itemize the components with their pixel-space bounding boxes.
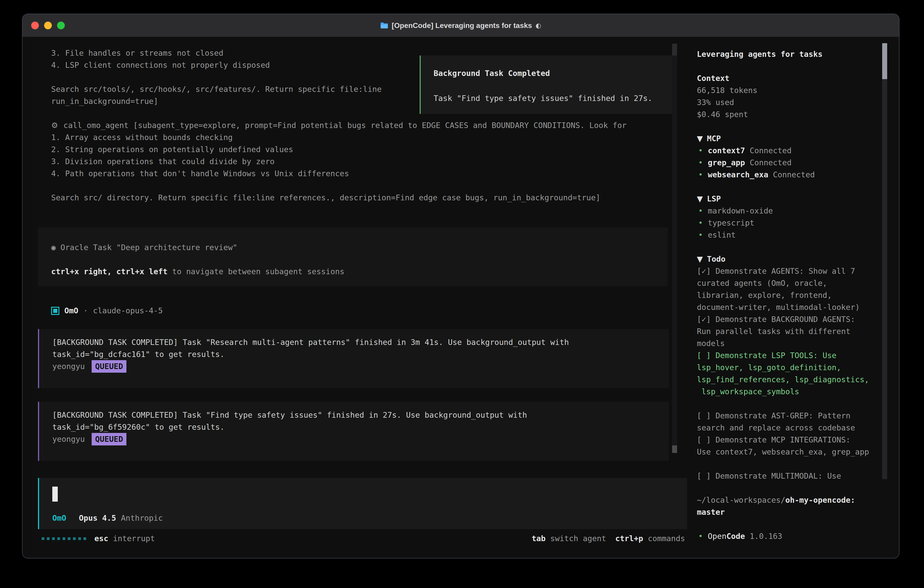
chevron-down-icon: ▼ bbox=[697, 253, 703, 265]
lsp-item: •markdown-oxide bbox=[697, 205, 773, 217]
todo-line-pending: [ ] Demonstrate AST-GREP: Pattern bbox=[697, 410, 851, 422]
traffic-lights bbox=[31, 21, 65, 29]
tool-call-item: 3. Division operations that could divide… bbox=[51, 155, 275, 168]
oracle-task-box: ◉ Oracle Task "Deep architecture review"… bbox=[38, 227, 668, 286]
gear-icon: ⚙ bbox=[51, 119, 58, 131]
toast-notification: Background Task Completed Task "Find typ… bbox=[420, 56, 676, 114]
message-author: yeongyu bbox=[52, 433, 85, 445]
shortcut-keys: ctrl+x right, ctrl+x left bbox=[51, 267, 168, 276]
todo-line-active: [ ] Demonstrate LSP TOOLS: Use bbox=[697, 350, 837, 362]
text-cursor bbox=[52, 487, 58, 502]
message-line: task_id="bg_6f59260c" to get results. bbox=[52, 421, 224, 433]
message-meta: yeongyu QUEUED bbox=[52, 360, 126, 372]
tool-call-footer: Search src/ directory. Return specific f… bbox=[51, 192, 600, 204]
lsp-section-header: ▼LSP bbox=[697, 193, 721, 205]
log-line: run_in_background=true] bbox=[51, 95, 158, 107]
status-dot-icon: • bbox=[698, 217, 703, 229]
main-scrollbar[interactable] bbox=[672, 44, 677, 453]
todo-line-active: lsp_workspace_symbols bbox=[697, 386, 799, 398]
tool-call-item: 4. Path operations that don't handle Win… bbox=[51, 168, 349, 180]
mcp-item: •grep_app Connected bbox=[697, 157, 792, 169]
mcp-item: •websearch_exa Connected bbox=[697, 169, 815, 181]
log-line: 4. LSP client connections not properly d… bbox=[51, 59, 270, 71]
tab-hint: tab switch agent bbox=[531, 532, 606, 545]
omo-agent-icon bbox=[51, 307, 59, 315]
separator-dot: · bbox=[83, 305, 88, 317]
todo-line-done: [✓] Demonstrate AGENTS: Show all 7 bbox=[697, 265, 855, 277]
title-bar: [OpenCode] Leveraging agents for tasks ◐ bbox=[23, 14, 899, 37]
status-dot-icon: • bbox=[698, 157, 703, 169]
esc-hint: esc interrupt bbox=[94, 532, 155, 545]
record-icon: ◉ bbox=[51, 243, 56, 252]
content-area: 3. File handles or streams not closed 4.… bbox=[23, 37, 899, 558]
oracle-task-hint: ctrl+x right, ctrl+x left to navigate be… bbox=[51, 266, 345, 277]
status-dot-icon: • bbox=[698, 145, 703, 157]
todo-line-done: document-writer, multimodal-looker) bbox=[697, 301, 860, 313]
status-bar-right: tab switch agent ctrl+p commands bbox=[531, 532, 685, 545]
spinner-dots-icon bbox=[41, 537, 86, 540]
context-tokens: 66,518 tokens bbox=[697, 84, 757, 96]
status-dot-icon: • bbox=[698, 229, 703, 241]
tool-call-item: 2. String operations on potentially unde… bbox=[51, 144, 293, 155]
title-spinner-icon: ◐ bbox=[536, 22, 541, 29]
todo-line-done: models bbox=[697, 337, 725, 350]
chevron-down-icon: ▼ bbox=[697, 132, 703, 145]
todo-line-active: lsp_hover, lsp_goto_definition, bbox=[697, 362, 841, 373]
input-provider-label: Anthropic bbox=[121, 512, 163, 524]
workspace-path: ~/local-workspaces/oh-my-opencode: bbox=[697, 494, 855, 506]
message-line: task_id="bg_dcfac161" to get results. bbox=[52, 349, 224, 360]
todo-line-done: [✓] Demonstrate BACKGROUND AGENTS: bbox=[697, 313, 855, 325]
todo-line-done: Run parallel tasks with different bbox=[697, 325, 851, 337]
agent-name: OmO bbox=[64, 305, 78, 317]
message-meta: yeongyu QUEUED bbox=[52, 433, 126, 445]
log-line: Search src/tools/, src/hooks/, src/featu… bbox=[51, 83, 381, 95]
main-scrollbar-thumb[interactable] bbox=[672, 446, 677, 453]
workspace-branch: master bbox=[697, 506, 725, 518]
message-author: yeongyu bbox=[52, 360, 85, 372]
oracle-task-title: ◉ Oracle Task "Deep architecture review" bbox=[51, 241, 238, 254]
agent-model: claude-opus-4-5 bbox=[93, 305, 163, 317]
status-dot-icon: • bbox=[698, 205, 703, 217]
mcp-item: •context7 Connected bbox=[697, 145, 792, 157]
todo-line-pending: [ ] Demonstrate MCP INTEGRATIONS: bbox=[697, 434, 851, 446]
context-heading: Context bbox=[697, 72, 729, 84]
message-block: [BACKGROUND TASK COMPLETED] Task "Resear… bbox=[38, 329, 669, 388]
message-block: [BACKGROUND TASK COMPLETED] Task "Find t… bbox=[38, 402, 669, 461]
prompt-input[interactable]: OmO Opus 4.5 Anthropic bbox=[38, 478, 687, 529]
lsp-item: •typescript bbox=[697, 217, 754, 229]
sidebar-session-title: Leveraging agents for tasks bbox=[697, 48, 823, 60]
status-bar-left: esc interrupt bbox=[41, 532, 155, 545]
context-used: 33% used bbox=[697, 96, 734, 109]
main-scrollbar-top-thumb[interactable] bbox=[672, 44, 677, 56]
mcp-section-header: ▼MCP bbox=[697, 132, 721, 145]
minimize-button[interactable] bbox=[44, 21, 52, 29]
status-dot-icon: • bbox=[698, 530, 703, 542]
tool-call-line: call_omo_agent [subagent_type=explore, p… bbox=[63, 119, 627, 131]
window-title-group: [OpenCode] Leveraging agents for tasks ◐ bbox=[380, 21, 541, 30]
todo-line-pending: Use context7, websearch_exa, grep_app bbox=[697, 446, 869, 458]
todo-line-done: curated agents (OmO, oracle, bbox=[697, 277, 827, 289]
app-window: [OpenCode] Leveraging agents for tasks ◐… bbox=[22, 14, 899, 558]
folder-icon bbox=[380, 22, 388, 29]
chevron-down-icon: ▼ bbox=[697, 193, 703, 205]
input-agent-label: OmO bbox=[52, 512, 66, 524]
zoom-button[interactable] bbox=[57, 21, 65, 29]
todo-section-header: ▼Todo bbox=[697, 253, 726, 265]
todo-line-pending: search and replace across codebase bbox=[697, 422, 855, 434]
context-spent: $0.46 spent bbox=[697, 109, 748, 121]
todo-line-done: librarian, explore, frontend, bbox=[697, 289, 832, 301]
commands-hint: ctrl+p commands bbox=[615, 532, 685, 545]
version-line: •OpenCode 1.0.163 bbox=[697, 530, 782, 542]
agent-header: OmO · claude-opus-4-5 bbox=[51, 305, 163, 317]
status-badge: QUEUED bbox=[92, 360, 126, 373]
notification-body: Task "Find type safety issues" finished … bbox=[434, 92, 652, 104]
tool-call-item: 1. Array access without bounds checking bbox=[51, 131, 233, 144]
sidebar-scrollbar-thumb[interactable] bbox=[882, 43, 887, 79]
message-line: [BACKGROUND TASK COMPLETED] Task "Find t… bbox=[52, 409, 527, 421]
status-badge: QUEUED bbox=[92, 433, 126, 446]
status-dot-icon: • bbox=[698, 169, 703, 181]
window-title: [OpenCode] Leveraging agents for tasks bbox=[392, 21, 532, 30]
todo-line-active: lsp_find_references, lsp_diagnostics, bbox=[697, 373, 869, 386]
close-button[interactable] bbox=[31, 21, 39, 29]
sidebar-scrollbar[interactable] bbox=[882, 43, 887, 479]
